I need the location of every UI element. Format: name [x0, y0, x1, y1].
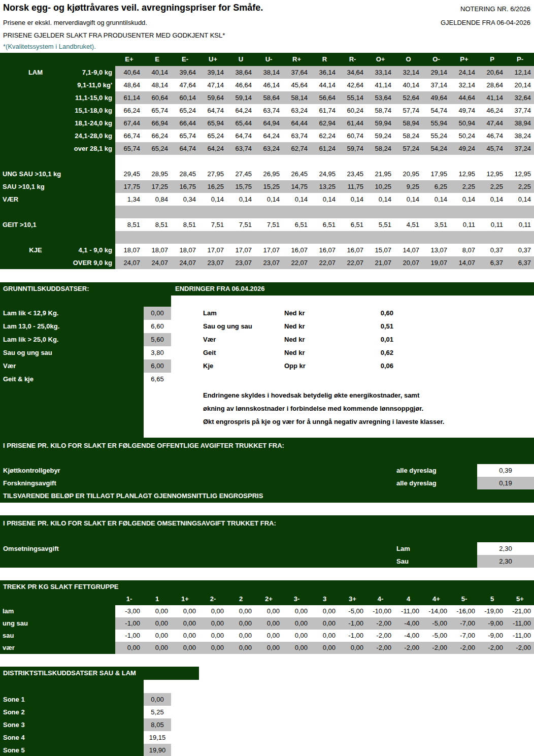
row-label: 15,1-18,0 kg [71, 104, 115, 117]
value-cell: 12,95 [478, 168, 506, 180]
avgift-value-cell: 0,19 [477, 477, 534, 489]
value-cell: 0,00 [171, 642, 199, 654]
value-cell: 16,25 [199, 180, 227, 193]
row-label: GEIT >10,1 [0, 218, 115, 231]
value-cell: 0,84 [143, 193, 171, 206]
row-label: 9,1-11,0 kg' [71, 79, 115, 91]
grunntilskudd-label: Lam lik > 25,0 Kg. [0, 333, 144, 346]
omsetning-title: I PRISENE PR. KILO FOR SLAKT ER FØLGENDE… [3, 519, 276, 527]
value-cell: 1,34 [115, 193, 143, 206]
value-cell: 0,11 [478, 218, 506, 231]
row-label: 24,1-28,0 kg [71, 129, 115, 142]
column-header: U [227, 53, 255, 66]
distrikt-zone-label: Sone 3 [0, 718, 144, 731]
column-header: 2- [199, 593, 227, 605]
value-cell: 0,00 [311, 605, 339, 617]
value-cell: -19,00 [478, 605, 506, 617]
row-label: SAU >10,1 kg [0, 180, 115, 193]
distrikt-zone-label: Sone 5 [0, 744, 144, 756]
endringer-direction: Opp kr [284, 359, 345, 373]
value-cell: -2,00 [422, 642, 450, 654]
value-cell: -1,00 [339, 630, 366, 642]
value-cell: -9,00 [478, 617, 506, 630]
row-label-area [0, 206, 115, 218]
avgift-row-label: Kjøttkontrollgebyr [3, 464, 60, 477]
price-notice-document: Norsk egg- og kjøttråvares veil. avregni… [0, 0, 534, 756]
column-header: 5- [450, 593, 478, 605]
value-cell: 0,00 [171, 617, 199, 630]
table-row: UNG SAU >10,1 kg29,4528,9528,4527,9527,4… [0, 168, 534, 180]
value-cell: 0,11 [450, 218, 478, 231]
grunntilskudd-value-cell: 5,60 [144, 333, 171, 346]
value-cell: 6,51 [339, 218, 366, 231]
value-cell: 0,00 [283, 617, 311, 630]
distrikt-value-cell: 19,15 [144, 731, 171, 744]
spacer-fill [115, 231, 534, 244]
value-cell: 61,24 [311, 142, 339, 155]
row-label: 18,1-24,0 kg [71, 117, 115, 129]
value-cell: 2,25 [506, 180, 534, 193]
note-line: Endringene skyldes i hovedsak betydelig … [203, 389, 444, 402]
value-cell: 52,64 [394, 91, 422, 104]
endringer-name: Vær [203, 333, 284, 346]
value-cell: 0,00 [199, 617, 227, 630]
value-cell: 16,07 [283, 244, 311, 256]
row-label-area: 9,1-11,0 kg' [0, 79, 115, 91]
value-cell: -1,00 [339, 617, 366, 630]
value-cell: 57,74 [394, 104, 422, 117]
value-cell: -11,00 [506, 630, 534, 642]
value-cell: 47,44 [478, 117, 506, 129]
value-cell: 46,24 [478, 104, 506, 117]
value-cell: 0,00 [339, 642, 366, 654]
value-cell: 17,95 [422, 168, 450, 180]
value-cell: 55,24 [422, 129, 450, 142]
value-cell: 0,00 [311, 617, 339, 630]
value-cell: -21,00 [506, 605, 534, 617]
value-cell: 45,64 [283, 79, 311, 91]
omsetning-value-cell: 2,30 [477, 542, 534, 555]
value-cell: 64,24 [199, 142, 227, 155]
value-cell: 18,07 [115, 244, 143, 256]
value-cell: 47,64 [171, 79, 199, 91]
value-cell: -3,00 [115, 605, 143, 617]
column-header: E [143, 53, 171, 66]
grunntilskudd-value-cell: 0,00 [144, 307, 171, 320]
fettgruppe-title-row: TREKK PR KG SLAKT FETTGRUPPE [0, 580, 534, 593]
value-cell: -10,00 [366, 605, 394, 617]
value-cell: 41,14 [478, 91, 506, 104]
value-cell: 0,00 [143, 605, 171, 617]
value-cell: 0,14 [255, 193, 283, 206]
grunntilskudd-label: Sau og ung sau [0, 346, 144, 359]
value-cell: 23,07 [199, 256, 227, 269]
value-cell: 20,14 [506, 79, 534, 91]
value-cell: 65,24 [171, 104, 199, 117]
spacer-row [0, 231, 534, 244]
value-cell: 10,25 [366, 180, 394, 193]
subtitle: Prisene er ekskl. merverdiavgift og grun… [3, 19, 147, 26]
value-cell: 0,00 [283, 642, 311, 654]
value-cell: 0,00 [255, 605, 283, 617]
value-cell: 66,94 [143, 117, 171, 129]
grunntilskudd-label: Geit & kje [0, 373, 144, 386]
value-cell: 44,14 [311, 79, 339, 91]
value-cell: 24,07 [143, 256, 171, 269]
value-cell: 0,14 [339, 193, 366, 206]
table-row: sau-1,000,000,000,000,000,000,000,00-1,0… [0, 630, 534, 642]
value-cell: 22,07 [311, 256, 339, 269]
value-cell: 3,51 [422, 218, 450, 231]
value-cell: 12,95 [506, 168, 534, 180]
value-cell: 58,24 [394, 129, 422, 142]
value-cell: 13,25 [311, 180, 339, 193]
value-cell: 14,75 [283, 180, 311, 193]
value-cell: 64,74 [199, 104, 227, 117]
value-cell: 54,74 [422, 104, 450, 117]
value-cell: 28,45 [171, 168, 199, 180]
row-label: OVER 9,0 kg [71, 256, 115, 269]
value-cell: 54,24 [422, 142, 450, 155]
value-cell: 0,34 [171, 193, 199, 206]
value-cell: 65,24 [143, 142, 171, 155]
row-label-area: KJE4,1 - 9,0 kg [0, 244, 115, 256]
value-cell: -5,00 [339, 605, 366, 617]
value-cell: 58,64 [255, 91, 283, 104]
value-cell: 67,44 [115, 117, 143, 129]
